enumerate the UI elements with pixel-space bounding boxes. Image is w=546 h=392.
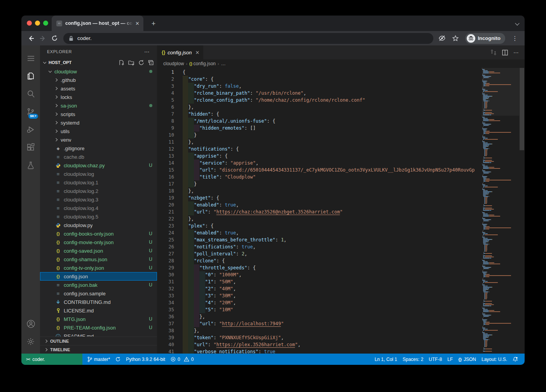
- warnings-icon: [184, 357, 189, 362]
- browser-menu-kebab-icon[interactable]: ⋮: [509, 33, 521, 44]
- breadcrumb-item[interactable]: …: [221, 61, 226, 66]
- status-item-utf-8[interactable]: UTF-8: [426, 357, 445, 362]
- tree-item-cloudplow-log-5[interactable]: ≡cloudplow.log.5: [40, 212, 157, 221]
- explorer-more-actions-icon[interactable]: ⋯: [144, 49, 150, 55]
- code-editor[interactable]: 1{2 "core": {3 "dry_run": false,4 "rclon…: [157, 68, 525, 354]
- tree-item-cloudplow-log-2[interactable]: ≡cloudplow.log.2: [40, 187, 157, 195]
- incognito-badge[interactable]: Incognito: [465, 33, 506, 44]
- zoom-window-button[interactable]: [43, 21, 48, 26]
- code-text: },: [183, 104, 194, 111]
- editor-more-actions-icon[interactable]: ⋯: [513, 49, 519, 56]
- sync-button[interactable]: [113, 357, 123, 362]
- extensions-view-icon[interactable]: [21, 139, 40, 156]
- collapse-all-icon[interactable]: [148, 60, 154, 66]
- tree-item-config-movie-only-json[interactable]: {}config-movie-only.jsonU: [40, 238, 157, 246]
- status-item-ln-1-col-1[interactable]: Ln 1, Col 1: [372, 357, 400, 362]
- tree-item-cloudplow-py[interactable]: cloudplow.py: [40, 221, 157, 229]
- new-file-icon[interactable]: [119, 60, 124, 66]
- tree-item-assets[interactable]: assets: [40, 84, 157, 93]
- tree-item-license-md[interactable]: LICENSE.md: [40, 306, 157, 315]
- tree-item-cloudplow-chaz-py[interactable]: cloudplow.chaz.pyU: [40, 161, 157, 170]
- explorer-view-icon[interactable]: [21, 67, 40, 85]
- tree-item-cloudplow[interactable]: cloudplow: [40, 67, 157, 76]
- minimap-line: [485, 282, 498, 283]
- tree-item-pre-team-config-json[interactable]: {}PRE-TEAM-config.jsonU: [40, 323, 157, 332]
- tree-item-config-shamus-json[interactable]: {}config-shamus.jsonU: [40, 255, 157, 264]
- breadcrumb-item[interactable]: cloudplow: [163, 61, 184, 66]
- remote-indicator[interactable]: >< coder.: [21, 354, 82, 365]
- browser-tab[interactable]: ‹› config.json — host_opt — code ✕: [52, 16, 143, 31]
- source-control-view-icon[interactable]: 9K+: [21, 103, 40, 121]
- tree-item-contributing-md[interactable]: CONTRIBUTING.md: [40, 298, 157, 306]
- split-editor-icon[interactable]: [502, 50, 508, 56]
- tree-item-cache-db[interactable]: ≡cache.db: [40, 153, 157, 161]
- status-item-lf[interactable]: LF: [445, 357, 455, 362]
- run-debug-view-icon[interactable]: [21, 121, 40, 139]
- tree-item-scripts[interactable]: scripts: [40, 110, 157, 118]
- outline-section-header[interactable]: OUTLINE: [40, 336, 157, 345]
- tree-item-sa-json[interactable]: sa-json: [40, 101, 157, 110]
- editor-scrollbar[interactable]: [519, 68, 525, 354]
- minimize-window-button[interactable]: [35, 21, 40, 26]
- tree-item-cloudplow-log-4[interactable]: ≡cloudplow.log.4: [40, 204, 157, 212]
- tree-item--github[interactable]: .github: [40, 76, 157, 84]
- close-editor-icon[interactable]: ✕: [195, 50, 200, 56]
- forward-button[interactable]: [37, 33, 49, 44]
- address-bar[interactable]: coder.: [63, 33, 433, 44]
- testing-view-icon[interactable]: [21, 156, 40, 174]
- breadcrumb-item[interactable]: {} config.json: [189, 61, 216, 66]
- open-changes-icon[interactable]: [490, 49, 497, 56]
- reload-button[interactable]: [49, 33, 60, 44]
- minimap-line: [487, 202, 487, 203]
- tree-item--gitignore[interactable]: ◆.gitignore: [40, 144, 157, 153]
- new-tab-button[interactable]: +: [149, 19, 158, 28]
- minimap[interactable]: [482, 68, 519, 354]
- account-icon[interactable]: [21, 315, 40, 333]
- minimap-line: [488, 289, 488, 290]
- tab-search-chevron-icon[interactable]: [515, 21, 519, 25]
- close-window-button[interactable]: [27, 21, 32, 26]
- git-branch-status[interactable]: master*: [85, 357, 113, 362]
- search-view-icon[interactable]: [21, 85, 40, 103]
- python-interpreter-status[interactable]: Python 3.9.2 64-bit: [123, 357, 168, 362]
- tree-item-config-json[interactable]: {}config.json: [40, 272, 157, 281]
- tree-item-locks[interactable]: locks: [40, 93, 157, 101]
- back-button[interactable]: [25, 33, 37, 44]
- timeline-section-header[interactable]: TIMELINE: [40, 345, 157, 354]
- tree-item-venv[interactable]: venv: [40, 135, 157, 144]
- tree-item-cloudplow-log-1[interactable]: ≡cloudplow.log.1: [40, 178, 157, 187]
- minimap-line: [487, 342, 487, 342]
- tree-item-config-json-sample[interactable]: ≡config.json.sample: [40, 289, 157, 298]
- problems-status[interactable]: 0 0: [168, 357, 196, 362]
- minimap-line: [484, 69, 485, 70]
- tree-item-cloudplow-log[interactable]: ≡cloudplow.log: [40, 170, 157, 178]
- tree-item-utils[interactable]: utils: [40, 127, 157, 135]
- tree-item-config-saved-json[interactable]: {}config-saved.jsonU: [40, 246, 157, 255]
- close-tab-icon[interactable]: ✕: [135, 21, 140, 26]
- editor-tab-config-json[interactable]: {} config.json ✕: [157, 45, 203, 59]
- tree-item-systemd[interactable]: systemd: [40, 118, 157, 127]
- scrollbar-thumb[interactable]: [520, 68, 524, 150]
- bookmark-star-icon[interactable]: [450, 33, 461, 44]
- new-folder-icon[interactable]: [128, 60, 134, 66]
- minimap-line: [487, 176, 487, 177]
- tree-item-config-books-only-json[interactable]: {}config-books-only.jsonU: [40, 229, 157, 238]
- workspace-section-header[interactable]: HOST_OPT: [40, 58, 157, 67]
- minimap-line: [483, 168, 488, 169]
- tree-item-mtg-json[interactable]: {}MTG.jsonU: [40, 315, 157, 323]
- minimap-line: [490, 114, 491, 115]
- status-item-spaces-2[interactable]: Spaces: 2: [400, 357, 426, 362]
- eye-off-icon[interactable]: [436, 33, 448, 44]
- refresh-icon[interactable]: [138, 60, 144, 66]
- settings-gear-icon[interactable]: [21, 333, 40, 350]
- status-item-layout-u-s-[interactable]: Layout: U.S.: [479, 357, 510, 362]
- notifications-bell-icon[interactable]: [510, 357, 521, 362]
- menu-hamburger-icon[interactable]: [21, 49, 40, 67]
- minimap-line: [485, 184, 485, 185]
- license-icon: [55, 308, 61, 313]
- tree-item-readme-md[interactable]: README.md: [40, 332, 157, 336]
- status-item-json[interactable]: {}JSON: [455, 357, 479, 362]
- tree-item-config-json-bak[interactable]: ≡config.json.bakU: [40, 281, 157, 289]
- tree-item-config-tv-only-json[interactable]: {}config-tv-only.jsonU: [40, 264, 157, 272]
- tree-item-cloudplow-log-3[interactable]: ≡cloudplow.log.3: [40, 195, 157, 204]
